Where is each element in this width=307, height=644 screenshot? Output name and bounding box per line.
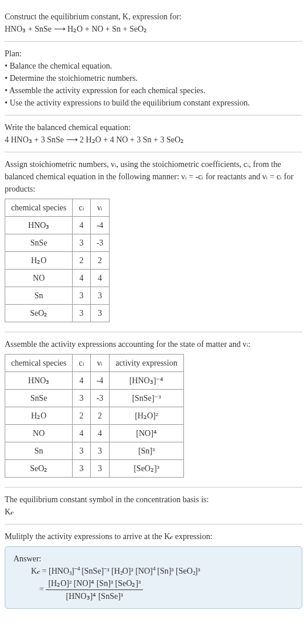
cell: [NO]⁴ bbox=[110, 425, 183, 442]
table-row: NO44 bbox=[5, 270, 110, 287]
table-row: HNO₃4-4[HNO₃]⁻⁴ bbox=[5, 372, 184, 390]
symbol-section: The equilibrium constant symbol in the c… bbox=[5, 488, 302, 524]
table-row: SeO₂33[SeO₂]³ bbox=[5, 460, 184, 478]
cell: SnSe bbox=[5, 234, 73, 252]
stoich-table: chemical species cᵢ νᵢ HNO₃4-4 SnSe3-3 H… bbox=[5, 199, 110, 322]
cell: [HNO₃]⁻⁴ bbox=[110, 372, 183, 390]
plan-item: • Balance the chemical equation. bbox=[5, 60, 302, 72]
table-row: SnSe3-3[SnSe]⁻³ bbox=[5, 390, 184, 407]
cell: 4 bbox=[73, 217, 90, 234]
cell: [Sn]³ bbox=[110, 442, 183, 460]
unbalanced-equation: HNO₃ + SnSe ⟶ H₂O + NO + Sn + SeO₂ bbox=[5, 23, 302, 35]
table-row: Sn33[Sn]³ bbox=[5, 442, 184, 460]
activity-table: chemical species cᵢ νᵢ activity expressi… bbox=[5, 354, 184, 478]
cell: -4 bbox=[90, 372, 110, 390]
cell: 3 bbox=[90, 305, 110, 322]
cell: 2 bbox=[73, 252, 90, 270]
answer-line1: K𝒸 = [HNO₃]⁻⁴ [SnSe]⁻³ [H₂O]² [NO]⁴ [Sn]… bbox=[31, 565, 294, 577]
stoich-section: Assign stoichiometric numbers, νᵢ, using… bbox=[5, 152, 302, 332]
balanced-equation: 4 HNO₃ + 3 SnSe ⟶ 2 H₂O + 4 NO + 3 Sn + … bbox=[5, 134, 302, 146]
col-header: cᵢ bbox=[73, 355, 90, 372]
header-section: Construct the equilibrium constant, K, e… bbox=[5, 5, 302, 42]
table-row: HNO₃4-4 bbox=[5, 217, 110, 234]
table-row: SnSe3-3 bbox=[5, 234, 110, 252]
cell: 4 bbox=[90, 270, 110, 287]
cell: 3 bbox=[90, 460, 110, 478]
multiply-section: Mulitply the activity expressions to arr… bbox=[5, 524, 302, 615]
equals-sign: = bbox=[39, 585, 44, 594]
answer-line2: = [H₂O]² [NO]⁴ [Sn]³ [SeO₂]³ [HNO₃]⁴ [Sn… bbox=[31, 577, 294, 602]
table-row: SeO₂33 bbox=[5, 305, 110, 322]
cell: Sn bbox=[5, 287, 73, 305]
cell: 4 bbox=[73, 270, 90, 287]
activity-section: Assemble the activity expressions accoun… bbox=[5, 332, 302, 488]
symbol-text: The equilibrium constant symbol in the c… bbox=[5, 493, 302, 506]
cell: Sn bbox=[5, 442, 73, 460]
cell: 3 bbox=[73, 305, 90, 322]
cell: H₂O bbox=[5, 252, 73, 270]
col-header: activity expression bbox=[110, 355, 183, 372]
col-header: chemical species bbox=[5, 199, 73, 217]
cell: SeO₂ bbox=[5, 305, 73, 322]
cell: 4 bbox=[73, 425, 90, 442]
cell: HNO₃ bbox=[5, 217, 73, 234]
cell: 2 bbox=[90, 407, 110, 425]
cell: -3 bbox=[90, 390, 110, 407]
cell: NO bbox=[5, 425, 73, 442]
cell: 3 bbox=[90, 442, 110, 460]
col-header: chemical species bbox=[5, 355, 73, 372]
table-header-row: chemical species cᵢ νᵢ bbox=[5, 199, 110, 217]
cell: [SeO₂]³ bbox=[110, 460, 183, 478]
activity-intro: Assemble the activity expressions accoun… bbox=[5, 338, 302, 350]
table-header-row: chemical species cᵢ νᵢ activity expressi… bbox=[5, 355, 184, 372]
plan-section: Plan: • Balance the chemical equation. •… bbox=[5, 42, 302, 115]
table-row: Sn33 bbox=[5, 287, 110, 305]
cell: SnSe bbox=[5, 390, 73, 407]
plan-item: • Use the activity expressions to build … bbox=[5, 97, 302, 109]
stoich-intro: Assign stoichiometric numbers, νᵢ, using… bbox=[5, 158, 302, 195]
cell: 3 bbox=[73, 287, 90, 305]
symbol-kc: K𝒸 bbox=[5, 506, 302, 518]
numerator: [H₂O]² [NO]⁴ [Sn]³ [SeO₂]³ bbox=[46, 577, 143, 590]
col-header: cᵢ bbox=[73, 199, 90, 217]
col-header: νᵢ bbox=[90, 355, 110, 372]
cell: 3 bbox=[73, 442, 90, 460]
table-row: H₂O22 bbox=[5, 252, 110, 270]
cell: [H₂O]² bbox=[110, 407, 183, 425]
cell: 2 bbox=[90, 252, 110, 270]
cell: HNO₃ bbox=[5, 372, 73, 390]
answer-box: Answer: K𝒸 = [HNO₃]⁻⁴ [SnSe]⁻³ [H₂O]² [N… bbox=[5, 546, 302, 609]
cell: -4 bbox=[90, 217, 110, 234]
plan-title: Plan: bbox=[5, 47, 302, 60]
cell: 4 bbox=[73, 372, 90, 390]
cell: H₂O bbox=[5, 407, 73, 425]
plan-item: • Determine the stoichiometric numbers. bbox=[5, 72, 302, 84]
cell: 3 bbox=[73, 390, 90, 407]
cell: 3 bbox=[73, 460, 90, 478]
answer-equation: K𝒸 = [HNO₃]⁻⁴ [SnSe]⁻³ [H₂O]² [NO]⁴ [Sn]… bbox=[31, 565, 294, 602]
table-row: NO44[NO]⁴ bbox=[5, 425, 184, 442]
cell: 3 bbox=[73, 234, 90, 252]
cell: NO bbox=[5, 270, 73, 287]
fraction: [H₂O]² [NO]⁴ [Sn]³ [SeO₂]³ [HNO₃]⁴ [SnSe… bbox=[46, 577, 143, 602]
cell: 4 bbox=[90, 425, 110, 442]
balanced-title: Write the balanced chemical equation: bbox=[5, 121, 302, 134]
cell: 3 bbox=[90, 287, 110, 305]
table-row: H₂O22[H₂O]² bbox=[5, 407, 184, 425]
multiply-title: Mulitply the activity expressions to arr… bbox=[5, 530, 302, 543]
title: Construct the equilibrium constant, K, e… bbox=[5, 11, 302, 23]
col-header: νᵢ bbox=[90, 199, 110, 217]
answer-label: Answer: bbox=[13, 553, 294, 565]
plan-item: • Assemble the activity expression for e… bbox=[5, 84, 302, 97]
cell: 2 bbox=[73, 407, 90, 425]
denominator: [HNO₃]⁴ [SnSe]³ bbox=[46, 590, 143, 602]
cell: -3 bbox=[90, 234, 110, 252]
cell: [SnSe]⁻³ bbox=[110, 390, 183, 407]
cell: SeO₂ bbox=[5, 460, 73, 478]
balanced-section: Write the balanced chemical equation: 4 … bbox=[5, 115, 302, 152]
